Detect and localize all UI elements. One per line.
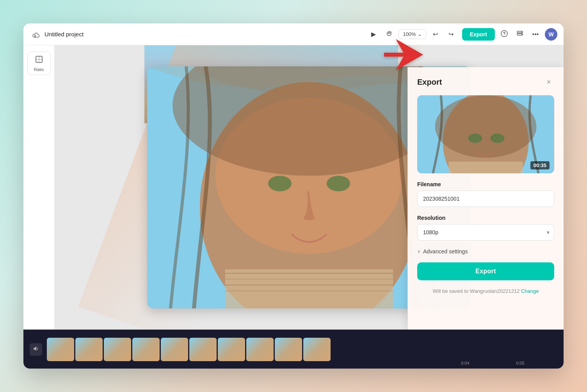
timeline-thumb-8 <box>246 338 274 361</box>
export-panel-close-button[interactable]: × <box>543 77 554 87</box>
help-button[interactable] <box>498 28 511 41</box>
resolution-label: Resolution <box>417 215 554 221</box>
redo-icon: ↪ <box>448 30 454 38</box>
ratio-icon <box>35 55 43 66</box>
timeline-thumb-5 <box>161 338 188 361</box>
timeline-thumb-10 <box>303 338 331 361</box>
storage-icon <box>516 30 523 39</box>
svg-point-17 <box>468 134 482 143</box>
undo-icon: ↩ <box>433 30 438 38</box>
app-window: Untitled project ▶ 100% ⌄ ↩ ↪ <box>23 23 564 369</box>
advanced-chevron-icon: ∨ <box>417 249 421 254</box>
timeline-time-markers: 0:04 0:05 <box>461 361 525 365</box>
svg-point-1 <box>504 34 505 35</box>
advanced-settings-toggle[interactable]: ∨ Advanced settings <box>417 248 554 255</box>
toolbar-right: Export <box>462 28 557 41</box>
ratio-tool[interactable]: Ratio <box>27 52 51 75</box>
svg-point-16 <box>435 95 537 158</box>
export-panel: Export × 00:35 <box>407 67 564 330</box>
time-marker-1: 0:04 <box>461 361 469 365</box>
change-location-link[interactable]: Change <box>521 288 539 294</box>
timeline-thumb-9 <box>275 338 302 361</box>
hand-icon <box>386 30 393 39</box>
resolution-field-group: Resolution 720p 1080p 4K ▾ <box>417 215 554 241</box>
zoom-level: 100% <box>403 31 416 37</box>
time-marker-2: 0:05 <box>516 361 525 365</box>
toolbar-left: Untitled project <box>30 29 363 40</box>
timeline: 0:04 0:05 <box>23 330 564 369</box>
timeline-track <box>47 336 557 363</box>
zoom-control[interactable]: 100% ⌄ <box>398 29 426 39</box>
redo-button[interactable]: ↪ <box>445 28 457 41</box>
main-content: Ratio <box>23 45 564 330</box>
filename-label: Filename <box>417 181 554 187</box>
save-location-text: Will be saved to Wangruolan20221212 <box>433 288 520 294</box>
save-location: Will be saved to Wangruolan20221212 Chan… <box>417 288 554 294</box>
timeline-thumb-4 <box>132 338 160 361</box>
export-header-button[interactable]: Export <box>462 28 495 41</box>
ratio-label: Ratio <box>34 67 44 72</box>
audio-icon <box>33 346 39 353</box>
resolution-select-wrapper: 720p 1080p 4K ▾ <box>417 224 554 241</box>
left-sidebar: Ratio <box>23 45 55 330</box>
export-panel-title: Export <box>417 78 442 87</box>
project-title: Untitled project <box>44 31 84 37</box>
filename-input[interactable] <box>417 191 554 207</box>
toolbar: Untitled project ▶ 100% ⌄ ↩ ↪ <box>23 23 564 45</box>
timeline-thumb-1 <box>47 338 74 361</box>
timeline-thumb-6 <box>189 338 217 361</box>
timeline-thumb-3 <box>104 338 131 361</box>
export-action-button[interactable]: Export <box>417 262 554 280</box>
toolbar-center: ▶ 100% ⌄ ↩ ↪ <box>367 28 457 41</box>
hand-tool-button[interactable] <box>383 28 395 41</box>
undo-button[interactable]: ↩ <box>429 28 442 41</box>
avatar[interactable]: W <box>545 28 557 41</box>
play-button[interactable]: ▶ <box>367 28 380 41</box>
svg-point-11 <box>268 176 292 191</box>
export-panel-header: Export × <box>417 77 554 87</box>
svg-rect-13 <box>225 269 393 308</box>
timeline-thumb-2 <box>75 338 103 361</box>
filename-field-group: Filename <box>417 181 554 207</box>
advanced-settings-label: Advanced settings <box>423 248 468 255</box>
preview-duration-badge: 00:35 <box>530 161 550 169</box>
storage-button[interactable] <box>514 28 526 41</box>
timeline-thumb-7 <box>218 338 245 361</box>
more-icon: ••• <box>532 31 539 38</box>
help-icon <box>501 30 508 39</box>
chevron-down-icon: ⌄ <box>418 31 422 37</box>
svg-point-12 <box>327 176 350 191</box>
svg-rect-19 <box>449 162 523 173</box>
svg-point-18 <box>491 134 505 143</box>
svg-point-4 <box>521 32 522 32</box>
export-preview-thumbnail: 00:35 <box>417 95 554 173</box>
svg-point-5 <box>521 34 522 35</box>
more-options-button[interactable]: ••• <box>529 28 542 41</box>
cloud-icon <box>30 29 41 40</box>
audio-toggle-button[interactable] <box>30 343 42 356</box>
resolution-select[interactable]: 720p 1080p 4K <box>417 224 554 241</box>
play-icon: ▶ <box>371 30 376 38</box>
